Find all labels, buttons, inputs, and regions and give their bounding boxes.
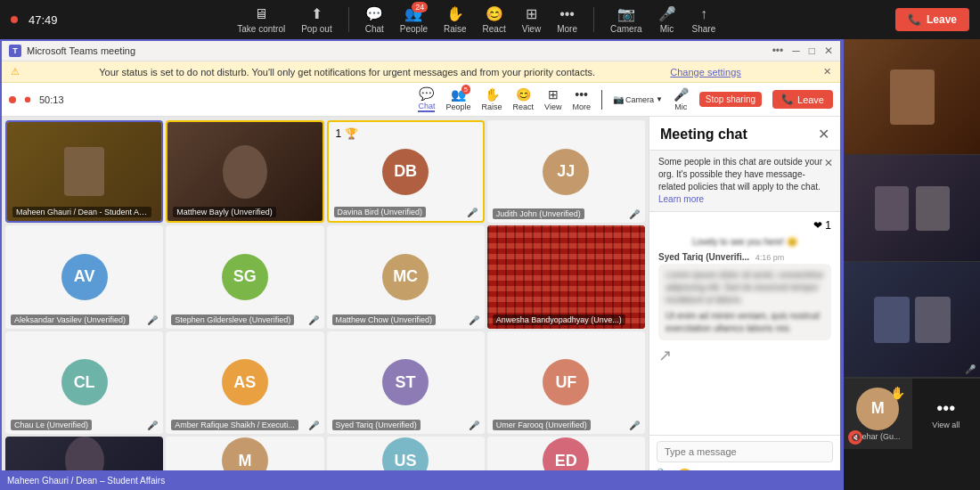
participant-name-judith: Judith John (Unverified) <box>493 208 584 219</box>
stop-sharing-btn[interactable]: Stop sharing <box>699 92 762 107</box>
right-tile-3: 🎤 <box>844 262 980 378</box>
raise-hand-icon: ✋ <box>890 386 905 400</box>
people-btn[interactable]: 👥24 People <box>400 5 428 34</box>
avatar-stephen: SG <box>222 254 268 300</box>
inner-chat-btn[interactable]: 💬 Chat <box>418 86 435 112</box>
minimize-btn[interactable]: ─ <box>792 45 800 57</box>
learn-more-link[interactable]: Learn more <box>658 194 704 204</box>
inner-more-btn[interactable]: ••• More <box>572 87 591 111</box>
main-area: T Microsoft Teams meeting ••• ─ □ ✕ ⚠ Yo… <box>0 39 980 490</box>
mute-icon-amber: 🎤 <box>308 421 319 430</box>
inner-people-btn[interactable]: 👥5 People <box>445 87 470 111</box>
view-btn[interactable]: ⊞ View <box>522 5 542 34</box>
participant-cell-amber: AS Amber Rafique Shaikh / Executi... 🎤 <box>166 331 323 434</box>
camera-top-btn[interactable]: 📷 Camera <box>610 5 642 34</box>
top-leave-button[interactable]: 📞 Leave <box>895 8 969 31</box>
top-bar-center: 🖥 Take control ⬆ Pop out 💬 Chat 👥24 Peop… <box>237 5 715 34</box>
three-dots-menu[interactable]: ••• <box>772 45 784 57</box>
view-icon: ⊞ <box>526 5 537 22</box>
warning-close-btn[interactable]: ✕ <box>824 156 833 171</box>
inner-toolbar: ⏺ 50:13 💬 Chat 👥5 People ✋ Raise <box>2 83 840 117</box>
inner-timer: 50:13 <box>39 94 64 105</box>
mute-icon-davina: 🎤 <box>467 208 478 217</box>
mic-top-btn[interactable]: 🎤 Mic <box>658 5 676 34</box>
view-all-label: View all <box>932 421 960 429</box>
inner-view-btn[interactable]: ⊞ View <box>544 87 561 111</box>
participant-name-stephen: Stephen Gildersleve (Unverified) <box>171 314 294 325</box>
chat-message-syed: Syed Tariq (Unverifi... 4:16 pm Lorem ip… <box>658 252 831 340</box>
right-bottom-row: M Mehar (Gu... 🔇 ✋ ••• View all <box>844 378 980 449</box>
participant-name-aleks: Aleksandar Vasilev (Unverified) <box>11 314 129 325</box>
inner-mic-btn[interactable]: 🎤 Mic <box>674 87 689 111</box>
avatar-syed: ST <box>382 359 429 405</box>
call-timer: 47:49 <box>29 13 58 27</box>
share-top-icon: ↑ <box>700 6 707 22</box>
right-mehar-mute: 🔇 <box>848 430 862 445</box>
dnd-icon: ⚠ <box>11 66 20 78</box>
blurred-text-2: Ut enim ad minim veniam, quis nostrud ex… <box>666 310 824 335</box>
cursor-indicator: ↗ <box>658 346 831 365</box>
avatar-chau: CL <box>61 359 108 405</box>
inner-toolbar-left: ⏺ 50:13 <box>9 94 64 105</box>
inner-camera-btn[interactable]: 📷 Camera ▼ <box>613 94 663 104</box>
close-window-btn[interactable]: ✕ <box>824 45 833 57</box>
change-settings-link[interactable]: Change settings <box>670 67 741 78</box>
inner-raise-icon: ✋ <box>485 87 500 102</box>
dnd-message: Your status is set to do not disturb. Yo… <box>99 67 595 78</box>
record-indicator <box>11 16 18 23</box>
pop-out-icon: ⬆ <box>311 5 323 22</box>
leave-icon: 📞 <box>908 13 921 26</box>
maximize-btn[interactable]: □ <box>809 45 815 57</box>
right-mehar-tile: M Mehar (Gu... 🔇 ✋ <box>844 379 912 449</box>
inner-camera-icon: 📷 <box>613 94 624 104</box>
davina-badge: 1 🏆 <box>336 127 358 140</box>
avatar-umer: UF <box>543 359 589 405</box>
window-title-left: T Microsoft Teams meeting <box>9 45 135 57</box>
more-btn[interactable]: ••• More <box>557 6 577 34</box>
participant-cell-umer: UF Umer Farooq (Unverified) 🎤 <box>487 331 645 434</box>
participant-cell-judith: JJ Judith John (Unverified) 🎤 <box>487 120 645 223</box>
chat-icon: 💬 <box>365 5 383 22</box>
chat-btn[interactable]: 💬 Chat <box>365 5 384 34</box>
participant-name-matthew: Matthew Bayly (Unverified) <box>173 207 276 217</box>
inner-react-btn[interactable]: 😊 React <box>513 87 535 111</box>
mute-icon-aleks: 🎤 <box>147 315 158 325</box>
mic-top-icon: 🎤 <box>658 5 676 22</box>
camera-chevron[interactable]: ▼ <box>656 95 663 103</box>
dnd-banner: ⚠ Your status is set to do not disturb. … <box>2 61 840 83</box>
dnd-close-btn[interactable]: ✕ <box>823 66 831 78</box>
blurred-text-1: Lorem ipsum dolor sit amet, consectetur … <box>666 269 824 306</box>
heart-reaction: ❤ 1 <box>658 219 831 232</box>
take-control-btn[interactable]: 🖥 Take control <box>237 6 285 34</box>
avatar-aleks: AV <box>61 254 108 300</box>
inner-mic-icon: 🎤 <box>674 87 689 102</box>
inner-raise-btn[interactable]: ✋ Raise <box>482 87 502 111</box>
mute-icon-stephen: 🎤 <box>308 315 319 325</box>
right-view-all-btn[interactable]: ••• View all <box>912 379 981 449</box>
chat-warning: Some people in this chat are outside you… <box>649 151 840 212</box>
participant-cell-chau: CL Chau Le (Unverified) 🎤 <box>5 331 163 434</box>
avatar-amber: AS <box>222 359 268 405</box>
raise-btn[interactable]: ✋ Raise <box>444 5 467 34</box>
react-btn[interactable]: 😊 React <box>483 5 506 34</box>
chat-input[interactable] <box>657 441 833 462</box>
top-bar: 47:49 🖥 Take control ⬆ Pop out 💬 Chat 👥2… <box>0 0 980 39</box>
pop-out-btn[interactable]: ⬆ Pop out <box>301 5 331 34</box>
inner-leave-icon: 📞 <box>781 94 794 105</box>
teams-window: T Microsoft Teams meeting ••• ─ □ ✕ ⚠ Yo… <box>0 39 842 490</box>
share-top-btn[interactable]: ↑ Share <box>692 6 716 34</box>
react-icon: 😊 <box>486 5 503 22</box>
participant-cell-anwesha: Anwesha Bandyopadhyay (Unve...) <box>487 225 645 328</box>
chat-panel: Meeting chat ✕ Some people in this chat … <box>649 117 840 488</box>
divider1 <box>348 7 349 32</box>
right-tile-1 <box>844 39 980 155</box>
chat-close-btn[interactable]: ✕ <box>818 126 829 143</box>
avatar-judith: JJ <box>543 149 589 195</box>
divider3 <box>601 90 602 110</box>
chat-title: Meeting chat <box>660 127 747 143</box>
inner-more-icon: ••• <box>575 87 588 102</box>
inner-leave-btn[interactable]: 📞 Leave <box>772 90 833 109</box>
camera-top-icon: 📷 <box>617 5 635 22</box>
avatar-matthew-c: MC <box>382 254 429 300</box>
raise-icon: ✋ <box>446 5 464 22</box>
